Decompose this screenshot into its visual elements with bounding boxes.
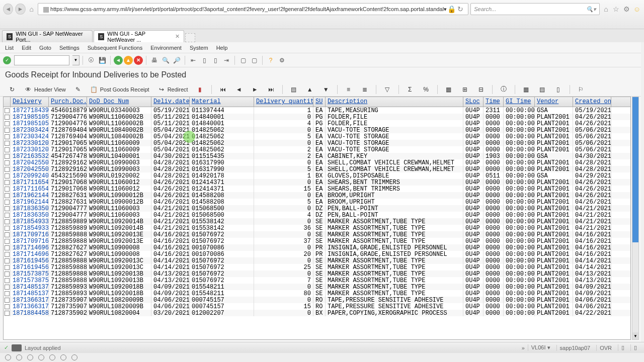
home-icon-2[interactable]: ⌂: [602, 5, 610, 14]
column-material[interactable]: Material: [190, 97, 254, 107]
row-checkbox[interactable]: [4, 186, 11, 192]
row-checkbox[interactable]: [4, 225, 11, 231]
row-checkbox[interactable]: [4, 146, 11, 153]
find-next-icon[interactable]: 🔎: [172, 55, 182, 65]
filter-icon[interactable]: ▽: [380, 84, 394, 95]
column-delivdate[interactable]: Deliv.date: [151, 97, 190, 107]
table-row[interactable]: 18715738757128859888W90RUL10920013B04/13…: [4, 270, 630, 277]
total-icon[interactable]: ≡: [342, 84, 356, 95]
table-row[interactable]: 18716194567128859888W90RUL10920013C04/14…: [4, 257, 630, 264]
variant-icon[interactable]: ⚐: [574, 84, 588, 95]
column-time[interactable]: Time: [484, 97, 504, 107]
local-file-icon[interactable]: ▯: [551, 84, 566, 95]
column-su[interactable]: SU: [313, 97, 326, 107]
home-icon[interactable]: ⌂: [28, 5, 36, 14]
exit-yellow-icon[interactable]: ▲: [124, 56, 133, 65]
row-checkbox[interactable]: [4, 290, 11, 297]
back-green-icon[interactable]: ◄: [114, 56, 123, 65]
row-checkbox[interactable]: [4, 166, 11, 172]
table-row[interactable]: 18719851057129004776W90RUL11060002B05/11…: [4, 114, 630, 120]
refresh-button[interactable]: ↻: [5, 84, 19, 95]
row-checkbox[interactable]: [4, 270, 11, 277]
table-row[interactable]: 18723301207129017065W90RUL1106000905/04/…: [4, 140, 630, 146]
menu-edit[interactable]: Edit: [22, 45, 31, 51]
first-icon[interactable]: ⏮: [216, 84, 230, 95]
flag-button[interactable]: ▮: [193, 84, 207, 95]
taskbar-circle-icon[interactable]: [49, 354, 55, 360]
row-checkbox[interactable]: [4, 284, 11, 290]
menu-subsequent-functions[interactable]: Subsequent Functions: [88, 45, 142, 51]
prev-icon[interactable]: ◄: [232, 84, 246, 95]
row-checkbox[interactable]: [4, 192, 11, 199]
row-checkbox[interactable]: [4, 251, 11, 257]
favorites-icon[interactable]: ☆: [612, 5, 620, 14]
last-page-icon[interactable]: ⇥: [221, 55, 231, 65]
row-checkbox[interactable]: [4, 114, 11, 120]
row-checkbox[interactable]: [4, 238, 11, 244]
table-row[interactable]: 18719621447128827631W90RUL10900012B04/26…: [4, 199, 630, 205]
browser-tab-1[interactable]: S WIN GUI - SAP NetWeaver Port...: [2, 30, 93, 42]
table-row[interactable]: 18717116547129017068W90RUL1106001204/26/…: [4, 179, 630, 186]
column-gitime[interactable]: GI Time: [504, 97, 535, 107]
row-checkbox[interactable]: [4, 303, 11, 310]
column-createdon[interactable]: Created on: [573, 97, 611, 107]
table-row[interactable]: 18714851377128859893W90RUL10920018B04/09…: [4, 284, 630, 290]
row-checkbox[interactable]: [4, 159, 11, 166]
table-row[interactable]: 18717146967128827627W90RUL1090000804/16/…: [4, 251, 630, 257]
taskbar-circle-icon[interactable]: [16, 354, 22, 360]
prev-page-icon[interactable]: ▯: [199, 55, 209, 65]
column-description[interactable]: Description: [326, 97, 463, 107]
row-checkbox[interactable]: [4, 310, 11, 316]
row-checkbox[interactable]: [4, 212, 11, 218]
table-row[interactable]: 18718363507129004777W90RUL1106000304/21/…: [4, 212, 630, 218]
row-checkbox[interactable]: [4, 133, 11, 140]
row-checkbox[interactable]: [4, 231, 11, 238]
menu-goto[interactable]: Goto: [39, 45, 51, 51]
export-icon[interactable]: ⊞: [458, 84, 472, 95]
row-checkbox[interactable]: [4, 205, 11, 212]
taskbar-circle-icon[interactable]: [5, 354, 11, 360]
vertical-scrollbar[interactable]: ▲ ▼: [632, 97, 639, 340]
customize-icon[interactable]: ⚙: [277, 55, 287, 65]
export2-icon[interactable]: ⊟: [474, 84, 488, 95]
sort-asc-icon[interactable]: ▲: [303, 84, 317, 95]
column-quantity[interactable]: Delivery quantity: [254, 97, 313, 107]
row-checkbox[interactable]: [4, 199, 11, 205]
menu-system[interactable]: System: [190, 45, 208, 51]
table-row[interactable]: 18720425507128929162W90RUL1099000304/28/…: [4, 166, 630, 172]
shortcut-icon[interactable]: ▢: [249, 55, 259, 65]
print-icon[interactable]: 🖶: [149, 55, 159, 65]
menu-help[interactable]: Help: [216, 45, 228, 51]
table-row[interactable]: 18723301207129017065W90RUL1106000905/04/…: [4, 146, 630, 153]
first-page-icon[interactable]: ⇤: [188, 55, 198, 65]
smiley-icon[interactable]: ☺: [633, 5, 641, 14]
forward-button[interactable]: ►: [15, 4, 25, 15]
back-button[interactable]: ◄: [3, 4, 13, 15]
table-row[interactable]: 18717097167128859888W90RUL10920013E04/16…: [4, 231, 630, 238]
taskbar-circle-icon[interactable]: [60, 354, 66, 360]
url-bar[interactable]: ▦ https://www.gcss-army.army.mil/irj/ser…: [38, 3, 468, 15]
row-checkbox[interactable]: [4, 153, 11, 159]
row-checkbox[interactable]: [4, 297, 11, 303]
subsum-icon[interactable]: %: [419, 84, 433, 95]
table-row[interactable]: 18719621447128827631W90RUL10900012B04/26…: [4, 192, 630, 199]
next-icon[interactable]: ►: [248, 84, 262, 95]
table-row[interactable]: 18720992404543215690W90RUL0192000204/28/…: [4, 172, 630, 179]
table-row[interactable]: 18718363507129004777W90RUL1106000304/21/…: [4, 205, 630, 212]
menu-environment[interactable]: Environment: [150, 45, 182, 51]
enter-button[interactable]: ✓: [3, 56, 11, 64]
row-checkbox[interactable]: [4, 244, 11, 251]
post-goods-receipt-button[interactable]: 📋Post Goods Receipt: [87, 84, 152, 95]
column-delivery[interactable]: Delivery: [11, 97, 49, 107]
next-page-icon[interactable]: ▯: [210, 55, 220, 65]
table-row[interactable]: 18723034247128769404W90RUL10840002B05/04…: [4, 133, 630, 140]
table-row[interactable]: 18716194567128859888W90RUL10920013C04/14…: [4, 264, 630, 270]
command-field[interactable]: [14, 55, 69, 65]
row-checkbox[interactable]: [4, 264, 11, 270]
close-icon[interactable]: ✕: [175, 33, 180, 40]
row-checkbox[interactable]: [4, 179, 11, 186]
row-checkbox[interactable]: [4, 257, 11, 264]
details-icon[interactable]: ▤: [287, 84, 301, 95]
taskbar-circle-icon[interactable]: [38, 354, 44, 360]
table-row[interactable]: 18718549337128859889W90RUL10920014B04/21…: [4, 225, 630, 231]
